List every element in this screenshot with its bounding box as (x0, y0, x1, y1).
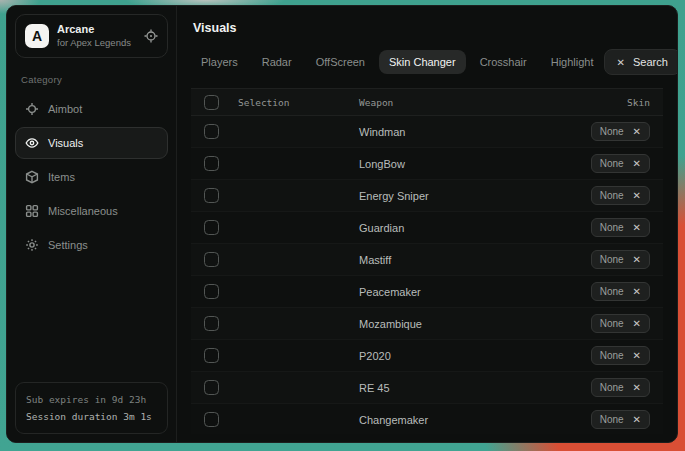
weapon-name: Energy Sniper (359, 190, 591, 202)
tab[interactable]: Players (191, 50, 248, 74)
weapon-name: P2020 (359, 350, 591, 362)
select-all-checkbox[interactable] (204, 95, 219, 110)
subscription-info-card: Sub expires in 9d 23h Session duration 3… (15, 382, 168, 434)
table-row: Changemaker None ✕ (191, 404, 663, 434)
skin-badge[interactable]: None ✕ (591, 282, 650, 301)
table-header-row: Selection Weapon Skin (191, 88, 663, 116)
box-icon (25, 170, 39, 184)
skin-value: None (600, 286, 624, 297)
table-row: P2020 None ✕ (191, 340, 663, 372)
clear-skin-icon[interactable]: ✕ (633, 351, 641, 361)
row-checkbox[interactable] (204, 284, 219, 299)
skin-value: None (600, 126, 624, 137)
row-checkbox[interactable] (204, 380, 219, 395)
grid-icon (25, 204, 39, 218)
sidebar-item[interactable]: Visuals (15, 127, 168, 159)
skin-value: None (600, 254, 624, 265)
row-checkbox[interactable] (204, 156, 219, 171)
clear-skin-icon[interactable]: ✕ (633, 255, 641, 265)
app-header-card: A Arcane for Apex Legends (15, 14, 168, 58)
row-checkbox[interactable] (204, 252, 219, 267)
skin-badge[interactable]: None ✕ (591, 378, 650, 397)
table-row: LongBow None ✕ (191, 148, 663, 180)
skin-badge[interactable]: None ✕ (591, 154, 650, 173)
tabs-row: Players Radar OffScreen Skin Changer Cro… (191, 49, 663, 75)
clear-skin-icon[interactable]: ✕ (633, 383, 641, 393)
skin-badge[interactable]: None ✕ (591, 314, 650, 333)
table-row: Energy Sniper None ✕ (191, 180, 663, 212)
sidebar-item-label: Items (48, 171, 75, 183)
app-window: A Arcane for Apex Legends Category Aimbo… (6, 5, 678, 443)
row-checkbox[interactable] (204, 316, 219, 331)
column-header-skin: Skin (627, 97, 650, 108)
session-duration-text: Session duration 3m 1s (26, 408, 157, 425)
table-row: Peacemaker None ✕ (191, 276, 663, 308)
close-icon: ✕ (617, 57, 625, 68)
skin-value: None (600, 158, 624, 169)
sidebar-item[interactable]: Settings (15, 229, 168, 261)
clear-skin-icon[interactable]: ✕ (633, 159, 641, 169)
row-checkbox[interactable] (204, 220, 219, 235)
tab[interactable]: Highlight (541, 50, 604, 74)
row-checkbox[interactable] (204, 124, 219, 139)
table-row: Windman None ✕ (191, 116, 663, 148)
target-icon[interactable] (144, 29, 158, 43)
table-row: RE 45 None ✕ (191, 372, 663, 404)
table-row: Mastiff None ✕ (191, 244, 663, 276)
clear-skin-icon[interactable]: ✕ (633, 319, 641, 329)
weapon-name: Changemaker (359, 414, 591, 426)
tab[interactable]: Skin Changer (379, 50, 466, 74)
sidebar-item[interactable]: Miscellaneous (15, 195, 168, 227)
row-checkbox[interactable] (204, 348, 219, 363)
crosshair-icon (25, 102, 39, 116)
weapon-name: Mastiff (359, 254, 591, 266)
sidebar-item-label: Settings (48, 239, 88, 251)
skin-badge[interactable]: None ✕ (591, 250, 650, 269)
sub-expiry-text: Sub expires in 9d 23h (26, 391, 157, 408)
clear-skin-icon[interactable]: ✕ (633, 223, 641, 233)
skin-badge[interactable]: None ✕ (591, 122, 650, 141)
weapon-name: RE 45 (359, 382, 591, 394)
skin-badge[interactable]: None ✕ (591, 346, 650, 365)
category-label: Category (21, 74, 162, 85)
skin-value: None (600, 350, 624, 361)
skin-badge[interactable]: None ✕ (591, 410, 650, 429)
row-checkbox[interactable] (204, 188, 219, 203)
skin-value: None (600, 190, 624, 201)
sidebar-item-label: Aimbot (48, 103, 82, 115)
app-logo: A (25, 24, 49, 48)
search-button[interactable]: ✕ Search (604, 49, 678, 75)
sidebar-item[interactable]: Aimbot (15, 93, 168, 125)
weapon-name: Mozambique (359, 318, 591, 330)
table-row: Mozambique None ✕ (191, 308, 663, 340)
weapon-name: Windman (359, 126, 591, 138)
weapon-name: Guardian (359, 222, 591, 234)
column-header-weapon: Weapon (359, 97, 627, 108)
clear-skin-icon[interactable]: ✕ (633, 415, 641, 425)
page-title: Visuals (193, 21, 661, 35)
row-checkbox[interactable] (204, 412, 219, 427)
skin-badge[interactable]: None ✕ (591, 186, 650, 205)
skin-badge[interactable]: None ✕ (591, 218, 650, 237)
column-header-selection: Selection (238, 97, 359, 108)
sidebar-item-label: Miscellaneous (48, 205, 118, 217)
weapon-name: Peacemaker (359, 286, 591, 298)
table-row: Guardian None ✕ (191, 212, 663, 244)
sidebar-nav: Aimbot Visuals Items Miscellaneous (15, 93, 168, 261)
skin-value: None (600, 382, 624, 393)
tab[interactable]: OffScreen (306, 50, 375, 74)
clear-skin-icon[interactable]: ✕ (633, 191, 641, 201)
weapon-name: LongBow (359, 158, 591, 170)
main-panel: Visuals Players Radar OffScreen Skin Cha… (177, 6, 677, 442)
tab[interactable]: Crosshair (470, 50, 537, 74)
tab[interactable]: Radar (252, 50, 302, 74)
tabs: Players Radar OffScreen Skin Changer Cro… (191, 50, 604, 74)
clear-skin-icon[interactable]: ✕ (633, 127, 641, 137)
table-body: Windman None ✕ LongBow None ✕ (191, 116, 663, 434)
sidebar-item-label: Visuals (48, 137, 83, 149)
clear-skin-icon[interactable]: ✕ (633, 287, 641, 297)
sidebar-item[interactable]: Items (15, 161, 168, 193)
eye-icon (25, 136, 39, 150)
app-title: Arcane (57, 23, 136, 37)
skin-value: None (600, 222, 624, 233)
